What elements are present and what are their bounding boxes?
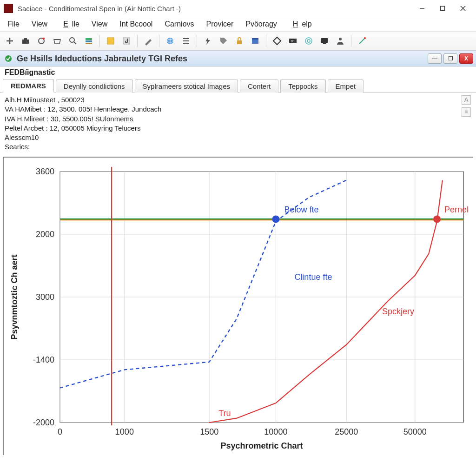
svg-rect-14 xyxy=(86,40,92,42)
toolbar-separator xyxy=(137,35,138,47)
svg-text:Psyvnmtoztic Ch aert: Psyvnmtoztic Ch aert xyxy=(10,254,19,339)
menu-bar: FileViewElleViewInt BcooolCarniovsProvic… xyxy=(0,17,476,31)
info-line: VA HAMibet : 12, 3500. 005! Hennleage. J… xyxy=(5,105,461,114)
titlebar: Saciace - Conditiomestral Spen in (Air N… xyxy=(0,0,476,17)
info-line: IVA H.Mlireet : 30, 5500.005! SUlonmems xyxy=(5,114,461,124)
svg-point-33 xyxy=(339,38,342,40)
counter-icon[interactable]: 01 xyxy=(286,34,300,48)
document-subwindow: Ge Hsills Ideductions Jabraulety TGI Ref… xyxy=(0,51,476,455)
toolbar-separator xyxy=(197,35,197,47)
tab-1[interactable]: Deynlly condlictions xyxy=(56,79,133,93)
svg-text:01: 01 xyxy=(291,39,295,43)
svg-line-12 xyxy=(74,42,76,44)
toolbar: 01 xyxy=(0,31,476,51)
side-widget-a[interactable]: A xyxy=(462,95,471,105)
svg-text:Psychrometric Chart: Psychrometric Chart xyxy=(220,441,303,450)
svg-text:50000: 50000 xyxy=(403,427,427,436)
lock-icon[interactable] xyxy=(232,34,246,48)
wand-icon[interactable] xyxy=(355,34,369,48)
list-icon[interactable] xyxy=(179,34,193,48)
menu-file[interactable]: File xyxy=(4,19,23,29)
bolt-icon[interactable] xyxy=(201,34,215,48)
psychrometric-chart: 010001500100002500050000-2000-1400300020… xyxy=(3,157,473,455)
subwindow-icon xyxy=(4,54,13,63)
svg-point-29 xyxy=(305,38,312,44)
svg-rect-6 xyxy=(22,40,29,44)
svg-point-11 xyxy=(70,38,74,42)
svg-text:3000: 3000 xyxy=(36,292,54,302)
subwindow-titlebar: Ge Hsills Ideductions Jabraulety TGI Ref… xyxy=(0,51,476,66)
svg-rect-15 xyxy=(86,43,92,44)
svg-text:3600: 3600 xyxy=(36,167,54,176)
menu-pvöoragy[interactable]: Pvöoragy xyxy=(242,19,281,29)
toolbar-separator xyxy=(351,35,351,47)
svg-text:0: 0 xyxy=(58,427,62,436)
info-line: Alh.H Miinusteet , 500023 xyxy=(5,95,461,105)
side-widget-b[interactable]: ≡ xyxy=(462,107,471,117)
stack-icon[interactable] xyxy=(82,34,96,48)
monitor-icon[interactable] xyxy=(317,34,331,48)
target-icon[interactable] xyxy=(302,34,316,48)
svg-rect-16 xyxy=(107,38,114,44)
svg-text:Tru: Tru xyxy=(218,409,231,418)
globe-icon[interactable] xyxy=(163,34,177,48)
svg-rect-1 xyxy=(441,7,445,11)
menu-help[interactable]: Help xyxy=(285,19,316,29)
toolbar-separator xyxy=(266,35,266,47)
tag-icon[interactable] xyxy=(217,34,231,48)
svg-text:1000: 1000 xyxy=(115,427,134,436)
briefcase-icon[interactable] xyxy=(19,34,33,48)
svg-text:25000: 25000 xyxy=(335,427,358,436)
svg-text:2000: 2000 xyxy=(36,230,54,239)
svg-point-9 xyxy=(43,38,45,40)
menu-provicer[interactable]: Provicer xyxy=(203,19,238,29)
menu-carniovs[interactable]: Carniovs xyxy=(161,19,198,29)
menu-int bcoool[interactable]: Int Bcoool xyxy=(116,19,156,29)
diamond-icon[interactable] xyxy=(270,34,284,48)
svg-rect-13 xyxy=(86,38,92,40)
svg-text:Pernel: Pernel xyxy=(444,205,469,214)
svg-rect-26 xyxy=(252,38,258,40)
search-icon[interactable] xyxy=(66,34,80,48)
pen-icon[interactable] xyxy=(141,34,155,48)
subwindow-restore-button[interactable]: ❐ xyxy=(443,53,457,64)
music-icon[interactable] xyxy=(119,34,133,48)
menu-elle[interactable]: Elle xyxy=(56,19,83,29)
tab-2[interactable]: Syplrameers stotical Images xyxy=(135,79,238,93)
svg-rect-32 xyxy=(323,43,326,44)
svg-rect-31 xyxy=(321,38,328,43)
svg-text:Spckjery: Spckjery xyxy=(382,307,414,316)
subwindow-title: Ge Hsills Ideductions Jabraulety TGI Ref… xyxy=(17,54,187,64)
minimize-button[interactable] xyxy=(412,1,432,15)
subwindow-close-button[interactable]: X xyxy=(459,53,473,64)
window-title: Saciace - Conditiomestral Spen in (Air N… xyxy=(18,5,181,13)
plus-icon[interactable] xyxy=(3,34,17,48)
maximize-button[interactable] xyxy=(432,1,453,15)
note-yellow-icon[interactable] xyxy=(104,34,118,48)
svg-text:-2000: -2000 xyxy=(33,418,54,427)
tab-5[interactable]: Empet xyxy=(328,79,364,93)
basket-icon[interactable] xyxy=(50,34,64,48)
app-icon xyxy=(4,4,13,13)
svg-point-30 xyxy=(307,40,310,42)
menu-view[interactable]: View xyxy=(28,19,51,29)
svg-text:10000: 10000 xyxy=(264,427,287,436)
refresh-icon[interactable] xyxy=(34,34,48,48)
svg-line-34 xyxy=(359,38,365,44)
svg-point-35 xyxy=(364,37,366,39)
subwindow-minimize-button[interactable]: — xyxy=(428,53,442,64)
close-button[interactable] xyxy=(453,1,473,15)
person-icon[interactable] xyxy=(333,34,347,48)
tab-strip: REDMARSDeynlly condlictionsSyplrameers s… xyxy=(0,78,476,93)
window-icon[interactable] xyxy=(248,34,262,48)
svg-rect-24 xyxy=(237,40,242,44)
menu-view[interactable]: View xyxy=(88,19,111,29)
info-panel: Alh.H Miinusteet , 500023VA HAMibet : 12… xyxy=(0,93,476,155)
chart-svg: 010001500100002500050000-2000-1400300020… xyxy=(4,158,473,455)
tab-4[interactable]: Teppocks xyxy=(280,79,325,93)
panel-header: FEDBíignastic xyxy=(0,66,476,78)
tab-3[interactable]: Contert xyxy=(240,79,278,93)
svg-text:Clintue fte: Clintue fte xyxy=(294,272,332,281)
tab-0[interactable]: REDMARS xyxy=(3,79,54,93)
svg-point-76 xyxy=(272,215,279,223)
